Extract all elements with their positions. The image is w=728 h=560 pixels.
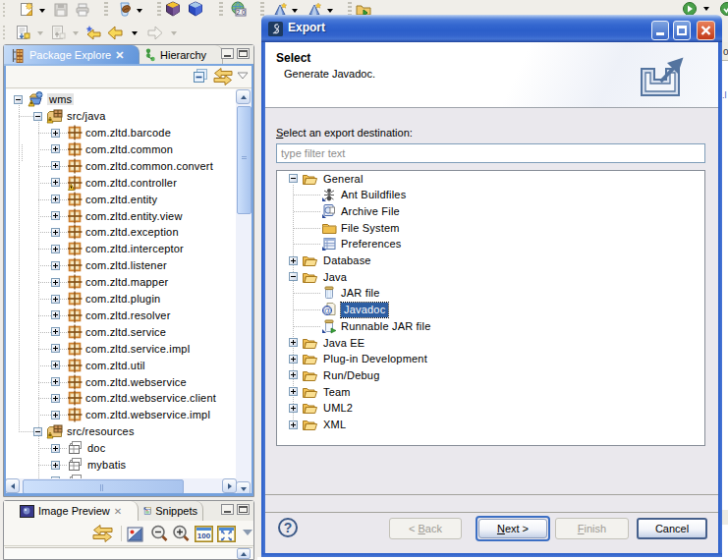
svg-text:@: @ <box>322 306 331 315</box>
svg-text:2.0: 2.0 <box>236 9 245 16</box>
svg-text:100: 100 <box>197 532 211 540</box>
